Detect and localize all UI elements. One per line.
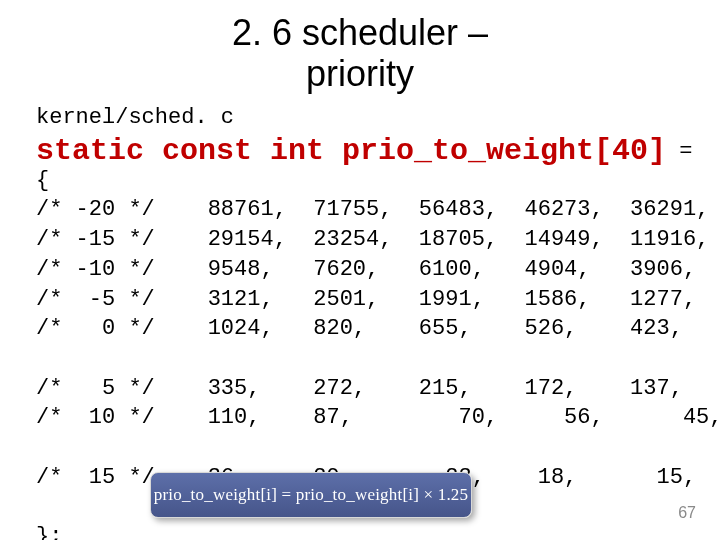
- slide: 2. 6 scheduler – priority kernel/sched. …: [0, 0, 720, 540]
- file-path: kernel/sched. c: [36, 105, 684, 130]
- declaration-eq: =: [666, 138, 692, 163]
- title-line-2: priority: [306, 53, 414, 94]
- code-row: /* 5 */ 335, 272, 215, 172, 137,: [36, 376, 683, 401]
- declaration: static const int prio_to_weight[40] =: [36, 134, 684, 168]
- slide-title: 2. 6 scheduler – priority: [36, 12, 684, 95]
- formula-callout: prio_to_weight[i] = prio_to_weight[i] × …: [150, 472, 472, 518]
- declaration-colored: static const int prio_to_weight[40]: [36, 134, 666, 168]
- code-row: /* 0 */ 1024, 820, 655, 526, 423,: [36, 316, 683, 341]
- page-number: 67: [678, 504, 696, 522]
- title-line-1: 2. 6 scheduler –: [232, 12, 488, 53]
- code-row: /* -5 */ 3121, 2501, 1991, 1586, 1277,: [36, 287, 696, 312]
- code-close: };: [36, 524, 62, 540]
- formula-text: prio_to_weight[i] = prio_to_weight[i] × …: [154, 485, 469, 505]
- code-row: /* -20 */ 88761, 71755, 56483, 46273, 36…: [36, 197, 709, 222]
- code-row: /* -15 */ 29154, 23254, 18705, 14949, 11…: [36, 227, 709, 252]
- code-row: /* 10 */ 110, 87, 70, 56, 45,: [36, 405, 720, 430]
- code-row: /* -10 */ 9548, 7620, 6100, 4904, 3906,: [36, 257, 696, 282]
